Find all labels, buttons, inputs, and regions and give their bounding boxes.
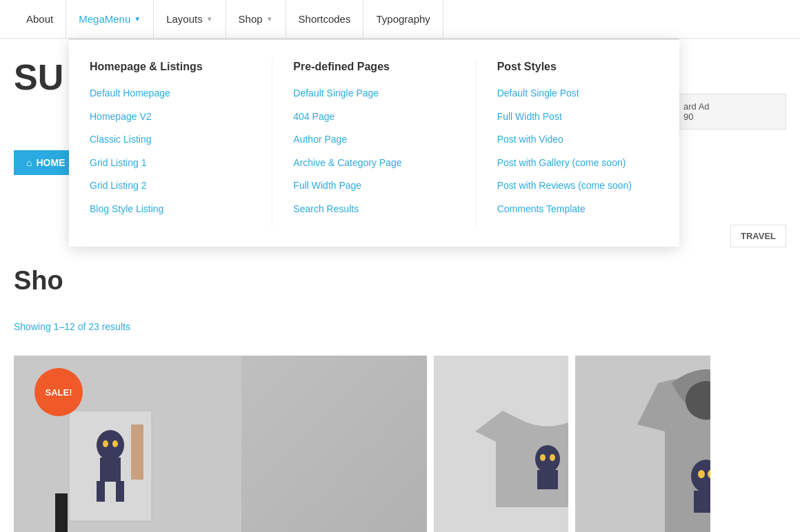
menu-link-404-page[interactable]: 404 Page	[293, 110, 454, 124]
svg-point-14	[550, 454, 555, 461]
svg-rect-8	[131, 424, 143, 480]
shop-arrow-icon: ▼	[266, 15, 273, 23]
menu-col1-title: Homepage & Listings	[90, 61, 251, 73]
svg-point-2	[97, 430, 124, 460]
svg-rect-9	[55, 493, 68, 532]
svg-point-11	[535, 445, 560, 473]
menu-link-default-single-page[interactable]: Default Single Page	[293, 87, 454, 101]
svg-point-13	[540, 454, 546, 461]
menu-link-archive-category[interactable]: Archive & Category Page	[293, 156, 454, 170]
menu-column-predefined: Pre-defined Pages Default Single Page 40…	[272, 61, 476, 226]
layouts-arrow-icon: ▼	[206, 15, 213, 23]
product-image-2	[434, 356, 569, 532]
svg-rect-6	[97, 481, 105, 502]
menu-link-homepage-v2[interactable]: Homepage V2	[90, 110, 251, 124]
shop-page-title: Sho	[14, 266, 63, 296]
mega-menu-dropdown: Homepage & Listings Default Homepage Hom…	[69, 39, 679, 247]
menu-column-homepage: Homepage & Listings Default Homepage Hom…	[69, 61, 272, 226]
menu-link-search-results[interactable]: Search Results	[293, 203, 454, 216]
menu-link-blog-style-listing[interactable]: Blog Style Listing	[90, 203, 251, 216]
svg-rect-7	[116, 481, 124, 502]
home-icon: ⌂	[26, 157, 32, 168]
nav-typography[interactable]: Typography	[363, 0, 443, 38]
sale-badge: SALE!	[34, 368, 83, 416]
menu-link-default-homepage[interactable]: Default Homepage	[90, 87, 251, 101]
menu-link-post-with-video[interactable]: Post with Video	[497, 133, 659, 147]
product-image-3	[575, 356, 710, 532]
svg-rect-3	[100, 458, 121, 482]
menu-link-classic-listing[interactable]: Classic Listing	[90, 133, 251, 147]
menu-link-full-width-post[interactable]: Full Width Post	[497, 110, 659, 124]
ad-line1: ard Ad	[683, 101, 779, 112]
home-button[interactable]: ⌂ HOME	[14, 150, 77, 175]
ad-line2: 90	[683, 112, 779, 122]
travel-tab[interactable]: TRAVEL	[730, 225, 786, 247]
menu-link-default-single-post[interactable]: Default Single Post	[497, 87, 659, 101]
menu-column-post-styles: Post Styles Default Single Post Full Wid…	[477, 61, 679, 226]
menu-col3-title: Post Styles	[497, 61, 659, 73]
menu-link-post-gallery[interactable]: Post with Gallery (come soon)	[497, 156, 659, 170]
svg-point-5	[112, 440, 118, 447]
product-card-3[interactable]	[575, 356, 710, 532]
menu-link-post-reviews[interactable]: Post with Reviews (come soon)	[497, 179, 659, 193]
products-row: SALE!	[14, 356, 710, 532]
svg-point-4	[103, 440, 108, 447]
nav-layouts[interactable]: Layouts ▼	[154, 0, 226, 38]
nav-shop[interactable]: Shop ▼	[226, 0, 286, 38]
svg-rect-12	[537, 470, 558, 489]
product-card-1[interactable]: SALE!	[14, 356, 427, 532]
nav-about[interactable]: About	[14, 0, 66, 38]
sidebar-ad: ard Ad 90	[676, 94, 786, 130]
menu-link-comments-template[interactable]: Comments Template	[497, 203, 659, 216]
menu-link-author-page[interactable]: Author Page	[293, 133, 454, 147]
results-count: Showing 1–12 of 23 results	[14, 321, 130, 332]
megamenu-arrow-icon: ▼	[134, 15, 141, 23]
svg-rect-18	[694, 491, 710, 513]
menu-link-grid-listing-2[interactable]: Grid Listing 2	[90, 179, 251, 193]
nav-shortcodes[interactable]: Shortcodes	[286, 0, 364, 38]
svg-point-19	[698, 470, 705, 478]
menu-link-grid-listing-1[interactable]: Grid Listing 1	[90, 156, 251, 170]
menu-col2-title: Pre-defined Pages	[293, 61, 454, 73]
main-navigation: About MegaMenu ▼ Layouts ▼ Shop ▼ Shortc…	[0, 0, 800, 39]
product-card-2[interactable]	[434, 356, 569, 532]
nav-megamenu[interactable]: MegaMenu ▼	[66, 0, 154, 38]
menu-link-full-width-page[interactable]: Full Width Page	[293, 179, 454, 193]
